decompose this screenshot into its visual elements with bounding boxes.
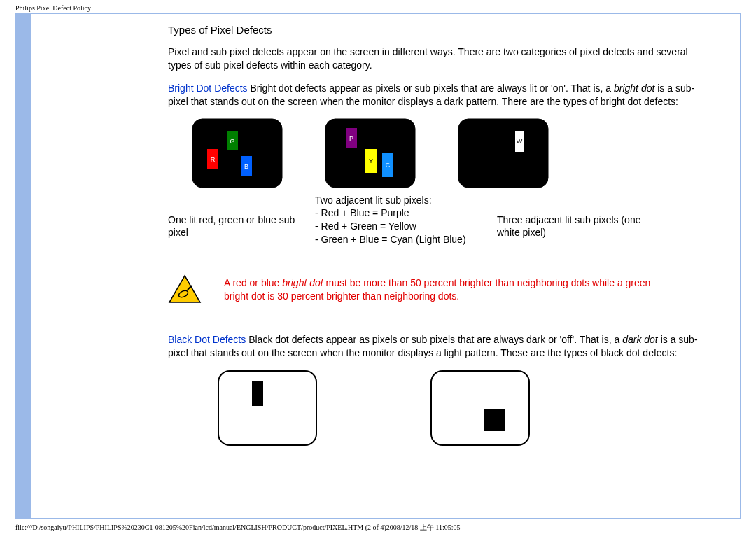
monitor-two-lit-subpixels: P Y C bbox=[325, 118, 416, 188]
illustration-two-lit: P Y C bbox=[325, 118, 416, 188]
monitor-one-lit-subpixel: R G B bbox=[192, 118, 283, 188]
caption-two-lit: Two adjacent lit sub pixels: - Red + Blu… bbox=[315, 194, 497, 247]
caption-three-lit: Three adjacent lit sub pixels (one white… bbox=[497, 194, 651, 247]
bright-dot-text-1: Bright dot defects appear as pixels or s… bbox=[248, 83, 614, 94]
warning-text: A red or blue bright dot must be more th… bbox=[224, 276, 698, 304]
outer-frame: Types of Pixel Defects Pixel and sub pix… bbox=[15, 13, 741, 519]
svg-text:W: W bbox=[517, 138, 523, 145]
caption-two-lit-header: Two adjacent lit sub pixels: bbox=[315, 195, 432, 206]
bright-dot-illustration-row: R G B P Y C bbox=[192, 118, 698, 188]
svg-rect-21 bbox=[252, 381, 263, 406]
bright-dot-label: Bright Dot Defects bbox=[168, 83, 248, 94]
warning-icon bbox=[168, 274, 202, 305]
footer-file-path: file:///D|/songaiyu/PHILIPS/PHILIPS%2023… bbox=[0, 519, 756, 534]
monitor-one-dark-subpixel bbox=[217, 370, 318, 447]
svg-rect-23 bbox=[484, 409, 505, 431]
page-header-title: Philips Pixel Defect Policy bbox=[0, 0, 756, 13]
black-dot-text-1: Black dot defects appear as pixels or su… bbox=[246, 334, 622, 345]
black-dot-illustration-row bbox=[217, 370, 698, 447]
warning-row: A red or blue bright dot must be more th… bbox=[168, 274, 698, 305]
svg-rect-22 bbox=[431, 371, 529, 445]
bright-dot-em: bright dot bbox=[614, 83, 654, 94]
illustration-three-lit: W bbox=[458, 118, 549, 188]
black-dot-label: Black Dot Defects bbox=[168, 334, 246, 345]
svg-text:P: P bbox=[349, 135, 354, 142]
section-heading: Types of Pixel Defects bbox=[168, 24, 698, 36]
monitor-three-lit-subpixels: W bbox=[458, 118, 549, 188]
svg-marker-17 bbox=[169, 276, 200, 302]
svg-rect-14 bbox=[458, 119, 548, 188]
intro-paragraph: Pixel and sub pixel defects appear on th… bbox=[168, 45, 698, 72]
svg-text:R: R bbox=[211, 156, 216, 163]
monitor-adjacent-dark-subpixels bbox=[430, 370, 531, 447]
warning-text-em: bright dot bbox=[282, 277, 323, 288]
caption-two-lit-l3: - Green + Blue = Cyan (Light Blue) bbox=[315, 234, 466, 245]
svg-text:Y: Y bbox=[369, 157, 373, 164]
svg-rect-20 bbox=[218, 371, 316, 445]
caption-two-lit-l1: - Red + Blue = Purple bbox=[315, 207, 410, 218]
caption-two-lit-l2: - Red + Green = Yellow bbox=[315, 220, 416, 232]
bright-dot-caption-row: One lit red, green or blue sub pixel Two… bbox=[168, 194, 698, 247]
warning-text-1: A red or blue bbox=[224, 277, 282, 288]
svg-text:B: B bbox=[244, 163, 248, 170]
svg-rect-0 bbox=[192, 119, 282, 188]
caption-one-lit: One lit red, green or blue sub pixel bbox=[168, 194, 315, 247]
bright-dot-paragraph: Bright Dot Defects Bright dot defects ap… bbox=[168, 82, 698, 108]
content-panel: Types of Pixel Defects Pixel and sub pix… bbox=[31, 14, 740, 518]
black-dot-em: dark dot bbox=[622, 334, 658, 345]
svg-text:C: C bbox=[386, 162, 391, 169]
svg-text:G: G bbox=[230, 138, 234, 145]
black-dot-paragraph: Black Dot Defects Black dot defects appe… bbox=[168, 333, 698, 360]
illustration-one-lit: R G B bbox=[192, 118, 283, 188]
